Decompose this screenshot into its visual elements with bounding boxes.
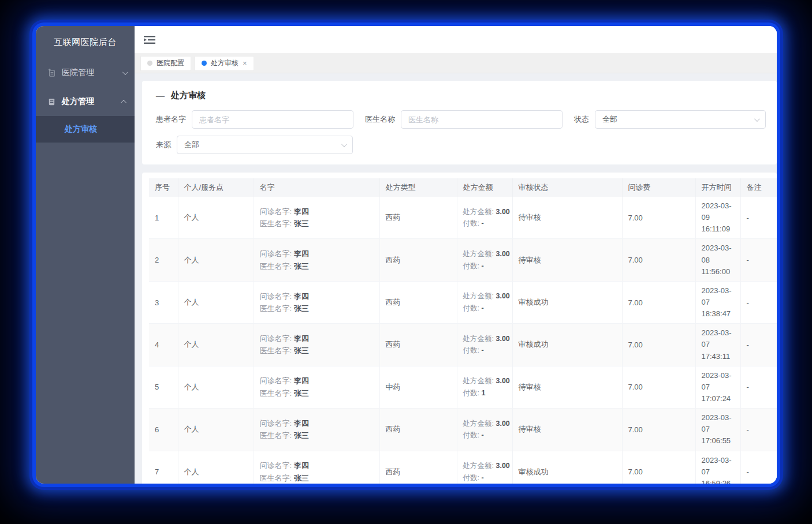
table-row[interactable]: 3 个人 问诊名字: 李四 医生名字: 张三 西药 处方金额: 3.00 付数:… bbox=[149, 281, 777, 323]
cell-point: 个人 bbox=[178, 324, 254, 366]
main-area: 医院配置 处方审核 × — 处方审核 患者名字 bbox=[135, 26, 777, 484]
cell-note: - bbox=[740, 281, 777, 323]
cell-point: 个人 bbox=[178, 239, 254, 281]
sidebar: 互联网医院后台 医院管理 处方管理 处方审核 bbox=[36, 26, 135, 484]
column-header: 个人/服务点 bbox=[178, 178, 254, 197]
cell-type: 西药 bbox=[379, 409, 457, 451]
cell-amount: 处方金额: 3.00 付数: - bbox=[457, 324, 512, 366]
chevron-down-icon bbox=[754, 116, 760, 122]
cell-date: 2023-03-07 17:06:55 bbox=[695, 409, 740, 451]
cell-amount: 处方金额: 3.00 付数: 1 bbox=[457, 366, 512, 408]
cell-type: 西药 bbox=[379, 197, 457, 239]
cell-date: 2023-03-09 16:11:09 bbox=[695, 197, 740, 239]
sidebar-subitem-label: 处方审核 bbox=[65, 124, 97, 134]
cell-fee: 7.00 bbox=[622, 239, 695, 281]
content-area: — 处方审核 患者名字 医生名称 状态 全部 bbox=[135, 73, 777, 484]
cell-fee: 7.00 bbox=[622, 366, 695, 408]
cell-point: 个人 bbox=[178, 409, 254, 451]
close-icon[interactable]: × bbox=[243, 59, 247, 67]
column-header: 处方类型 bbox=[379, 178, 457, 197]
patient-name-input[interactable] bbox=[192, 110, 353, 129]
table-body: 1 个人 问诊名字: 李四 医生名字: 张三 西药 处方金额: 3.00 付数:… bbox=[149, 197, 777, 484]
cell-status: 审核成功 bbox=[512, 281, 622, 323]
cell-point: 个人 bbox=[178, 451, 254, 484]
tab-label: 处方审核 bbox=[211, 58, 239, 68]
table-row[interactable]: 1 个人 问诊名字: 李四 医生名字: 张三 西药 处方金额: 3.00 付数:… bbox=[149, 197, 777, 239]
tab-dot-icon bbox=[202, 61, 207, 66]
filter-card: — 处方审核 患者名字 医生名称 状态 全部 bbox=[142, 81, 777, 164]
cell-date: 2023-03-08 11:56:00 bbox=[695, 239, 740, 281]
status-label: 状态 bbox=[574, 114, 589, 125]
cell-status: 待审核 bbox=[512, 366, 622, 408]
cell-type: 西药 bbox=[379, 239, 457, 281]
table-header-row: 序号个人/服务点名字处方类型处方金额审核状态问诊费开方时间备注 bbox=[149, 178, 777, 197]
sidebar-item-hospital-manage[interactable]: 医院管理 bbox=[36, 58, 135, 87]
cell-index: 1 bbox=[149, 197, 178, 239]
sidebar-subitem-prescription-review[interactable]: 处方审核 bbox=[36, 116, 135, 143]
cell-note: - bbox=[740, 197, 777, 239]
sidebar-item-prescription-manage[interactable]: 处方管理 bbox=[36, 87, 135, 116]
cell-fee: 7.00 bbox=[622, 409, 695, 451]
source-select[interactable]: 全部 bbox=[177, 136, 353, 154]
chevron-down-icon bbox=[341, 141, 347, 147]
clipboard-icon bbox=[47, 98, 56, 106]
cell-point: 个人 bbox=[178, 197, 254, 239]
tab-prescription-review[interactable]: 处方审核 × bbox=[195, 56, 254, 71]
app-title: 互联网医院后台 bbox=[36, 26, 135, 58]
cell-index: 7 bbox=[149, 451, 178, 484]
cell-date: 2023-03-07 16:59:26 bbox=[695, 451, 740, 484]
status-select[interactable]: 全部 bbox=[595, 110, 766, 129]
cell-amount: 处方金额: 3.00 付数: - bbox=[457, 197, 512, 239]
column-header: 审核状态 bbox=[512, 178, 622, 197]
cell-date: 2023-03-07 17:07:24 bbox=[695, 366, 740, 408]
cell-fee: 7.00 bbox=[622, 281, 695, 323]
cell-point: 个人 bbox=[178, 281, 254, 323]
table-row[interactable]: 7 个人 问诊名字: 李四 医生名字: 张三 西药 处方金额: 3.00 付数:… bbox=[149, 451, 777, 484]
tab-hospital-config[interactable]: 医院配置 bbox=[140, 56, 191, 71]
source-label: 来源 bbox=[156, 140, 171, 150]
status-group: 状态 全部 bbox=[574, 110, 766, 129]
cell-status: 待审核 bbox=[512, 197, 622, 239]
tab-bar: 医院配置 处方审核 × bbox=[135, 54, 777, 73]
cell-name: 问诊名字: 李四 医生名字: 张三 bbox=[254, 281, 379, 323]
cell-fee: 7.00 bbox=[622, 324, 695, 366]
cell-status: 审核成功 bbox=[512, 451, 622, 484]
cell-status: 审核成功 bbox=[512, 324, 622, 366]
cell-name: 问诊名字: 李四 医生名字: 张三 bbox=[254, 197, 379, 239]
tab-label: 医院配置 bbox=[157, 58, 184, 68]
cell-note: - bbox=[740, 366, 777, 408]
cell-type: 西药 bbox=[379, 451, 457, 484]
cell-amount: 处方金额: 3.00 付数: - bbox=[457, 451, 512, 484]
table-row[interactable]: 6 个人 问诊名字: 李四 医生名字: 张三 西药 处方金额: 3.00 付数:… bbox=[149, 409, 777, 451]
doctor-name-input[interactable] bbox=[401, 110, 563, 129]
table-card: 序号个人/服务点名字处方类型处方金额审核状态问诊费开方时间备注 1 个人 问诊名… bbox=[142, 173, 777, 484]
doctor-name-group: 医生名称 bbox=[365, 110, 563, 129]
cell-index: 3 bbox=[149, 281, 178, 323]
filter-row-2: 来源 全部 bbox=[156, 136, 763, 154]
status-select-value: 全部 bbox=[602, 114, 617, 125]
cell-type: 西药 bbox=[379, 324, 457, 366]
cell-fee: 7.00 bbox=[622, 197, 695, 239]
column-header: 序号 bbox=[149, 178, 178, 197]
cell-amount: 处方金额: 3.00 付数: - bbox=[457, 239, 512, 281]
doctor-name-label: 医生名称 bbox=[365, 114, 395, 125]
prescription-table: 序号个人/服务点名字处方类型处方金额审核状态问诊费开方时间备注 1 个人 问诊名… bbox=[149, 178, 777, 484]
cell-status: 待审核 bbox=[512, 239, 622, 281]
table-row[interactable]: 2 个人 问诊名字: 李四 医生名字: 张三 西药 处方金额: 3.00 付数:… bbox=[149, 239, 777, 281]
cell-note: - bbox=[740, 239, 777, 281]
cell-fee: 7.00 bbox=[622, 451, 695, 484]
document-plus-icon bbox=[47, 69, 56, 77]
top-header-bar bbox=[135, 26, 777, 54]
cell-date: 2023-03-07 17:43:11 bbox=[695, 324, 740, 366]
column-header: 处方金额 bbox=[457, 178, 512, 197]
app-window: 互联网医院后台 医院管理 处方管理 处方审核 bbox=[36, 26, 777, 484]
cell-amount: 处方金额: 3.00 付数: - bbox=[457, 409, 512, 451]
cell-index: 6 bbox=[149, 409, 178, 451]
table-row[interactable]: 4 个人 问诊名字: 李四 医生名字: 张三 西药 处方金额: 3.00 付数:… bbox=[149, 324, 777, 366]
source-group: 来源 全部 bbox=[156, 136, 353, 154]
table-row[interactable]: 5 个人 问诊名字: 李四 医生名字: 张三 中药 处方金额: 3.00 付数:… bbox=[149, 366, 777, 408]
cell-name: 问诊名字: 李四 医生名字: 张三 bbox=[254, 324, 379, 366]
tab-dot-icon bbox=[147, 61, 152, 66]
cell-type: 中药 bbox=[379, 366, 457, 408]
menu-fold-icon[interactable] bbox=[144, 35, 155, 44]
